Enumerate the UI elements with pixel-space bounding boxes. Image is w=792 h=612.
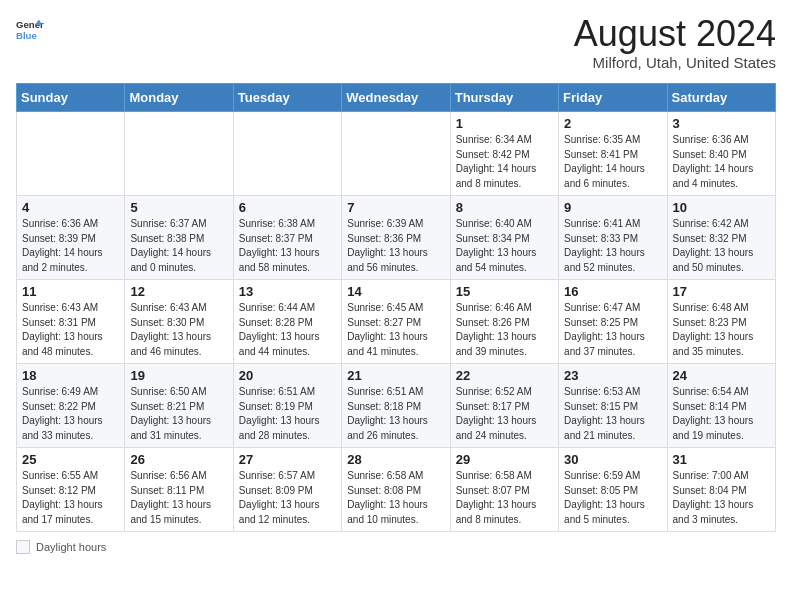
day-of-week-header: Monday — [125, 84, 233, 112]
day-number: 17 — [673, 284, 770, 299]
calendar-day-cell: 5Sunrise: 6:37 AM Sunset: 8:38 PM Daylig… — [125, 196, 233, 280]
day-info: Sunrise: 6:48 AM Sunset: 8:23 PM Dayligh… — [673, 301, 770, 359]
calendar-day-cell: 28Sunrise: 6:58 AM Sunset: 8:08 PM Dayli… — [342, 448, 450, 532]
day-info: Sunrise: 6:51 AM Sunset: 8:19 PM Dayligh… — [239, 385, 336, 443]
day-number: 30 — [564, 452, 661, 467]
calendar-week-row: 18Sunrise: 6:49 AM Sunset: 8:22 PM Dayli… — [17, 364, 776, 448]
calendar-day-cell: 9Sunrise: 6:41 AM Sunset: 8:33 PM Daylig… — [559, 196, 667, 280]
day-info: Sunrise: 6:38 AM Sunset: 8:37 PM Dayligh… — [239, 217, 336, 275]
day-info: Sunrise: 6:40 AM Sunset: 8:34 PM Dayligh… — [456, 217, 553, 275]
calendar-week-row: 4Sunrise: 6:36 AM Sunset: 8:39 PM Daylig… — [17, 196, 776, 280]
day-info: Sunrise: 6:55 AM Sunset: 8:12 PM Dayligh… — [22, 469, 119, 527]
day-number: 19 — [130, 368, 227, 383]
day-info: Sunrise: 6:46 AM Sunset: 8:26 PM Dayligh… — [456, 301, 553, 359]
day-number: 10 — [673, 200, 770, 215]
calendar-day-cell — [17, 112, 125, 196]
day-info: Sunrise: 6:39 AM Sunset: 8:36 PM Dayligh… — [347, 217, 444, 275]
day-number: 31 — [673, 452, 770, 467]
calendar-day-cell: 7Sunrise: 6:39 AM Sunset: 8:36 PM Daylig… — [342, 196, 450, 280]
location-subtitle: Milford, Utah, United States — [574, 54, 776, 71]
calendar-day-cell: 29Sunrise: 6:58 AM Sunset: 8:07 PM Dayli… — [450, 448, 558, 532]
day-of-week-header: Saturday — [667, 84, 775, 112]
calendar-day-cell: 21Sunrise: 6:51 AM Sunset: 8:18 PM Dayli… — [342, 364, 450, 448]
day-info: Sunrise: 6:35 AM Sunset: 8:41 PM Dayligh… — [564, 133, 661, 191]
day-number: 3 — [673, 116, 770, 131]
calendar-day-cell: 25Sunrise: 6:55 AM Sunset: 8:12 PM Dayli… — [17, 448, 125, 532]
day-number: 4 — [22, 200, 119, 215]
day-of-week-header: Friday — [559, 84, 667, 112]
svg-text:Blue: Blue — [16, 30, 37, 41]
legend: Daylight hours — [16, 540, 776, 554]
day-info: Sunrise: 6:52 AM Sunset: 8:17 PM Dayligh… — [456, 385, 553, 443]
day-number: 14 — [347, 284, 444, 299]
calendar-day-cell: 16Sunrise: 6:47 AM Sunset: 8:25 PM Dayli… — [559, 280, 667, 364]
day-number: 11 — [22, 284, 119, 299]
calendar-day-cell: 3Sunrise: 6:36 AM Sunset: 8:40 PM Daylig… — [667, 112, 775, 196]
page-header: General Blue August 2024 Milford, Utah, … — [16, 16, 776, 71]
day-of-week-header: Thursday — [450, 84, 558, 112]
calendar-day-cell: 13Sunrise: 6:44 AM Sunset: 8:28 PM Dayli… — [233, 280, 341, 364]
calendar-day-cell: 11Sunrise: 6:43 AM Sunset: 8:31 PM Dayli… — [17, 280, 125, 364]
day-info: Sunrise: 6:37 AM Sunset: 8:38 PM Dayligh… — [130, 217, 227, 275]
calendar-day-cell: 17Sunrise: 6:48 AM Sunset: 8:23 PM Dayli… — [667, 280, 775, 364]
day-info: Sunrise: 6:43 AM Sunset: 8:30 PM Dayligh… — [130, 301, 227, 359]
day-info: Sunrise: 6:43 AM Sunset: 8:31 PM Dayligh… — [22, 301, 119, 359]
calendar-day-cell: 4Sunrise: 6:36 AM Sunset: 8:39 PM Daylig… — [17, 196, 125, 280]
calendar-day-cell — [342, 112, 450, 196]
day-info: Sunrise: 6:45 AM Sunset: 8:27 PM Dayligh… — [347, 301, 444, 359]
calendar-week-row: 11Sunrise: 6:43 AM Sunset: 8:31 PM Dayli… — [17, 280, 776, 364]
day-number: 15 — [456, 284, 553, 299]
calendar-day-cell: 15Sunrise: 6:46 AM Sunset: 8:26 PM Dayli… — [450, 280, 558, 364]
day-info: Sunrise: 6:47 AM Sunset: 8:25 PM Dayligh… — [564, 301, 661, 359]
day-of-week-header: Wednesday — [342, 84, 450, 112]
day-info: Sunrise: 7:00 AM Sunset: 8:04 PM Dayligh… — [673, 469, 770, 527]
day-number: 8 — [456, 200, 553, 215]
day-number: 26 — [130, 452, 227, 467]
calendar-week-row: 25Sunrise: 6:55 AM Sunset: 8:12 PM Dayli… — [17, 448, 776, 532]
calendar-day-cell: 1Sunrise: 6:34 AM Sunset: 8:42 PM Daylig… — [450, 112, 558, 196]
day-number: 28 — [347, 452, 444, 467]
day-number: 22 — [456, 368, 553, 383]
logo-icon: General Blue — [16, 16, 44, 44]
calendar-day-cell: 2Sunrise: 6:35 AM Sunset: 8:41 PM Daylig… — [559, 112, 667, 196]
calendar-day-cell: 14Sunrise: 6:45 AM Sunset: 8:27 PM Dayli… — [342, 280, 450, 364]
day-info: Sunrise: 6:41 AM Sunset: 8:33 PM Dayligh… — [564, 217, 661, 275]
calendar-day-cell: 27Sunrise: 6:57 AM Sunset: 8:09 PM Dayli… — [233, 448, 341, 532]
day-number: 13 — [239, 284, 336, 299]
calendar-day-cell: 20Sunrise: 6:51 AM Sunset: 8:19 PM Dayli… — [233, 364, 341, 448]
day-number: 2 — [564, 116, 661, 131]
day-info: Sunrise: 6:51 AM Sunset: 8:18 PM Dayligh… — [347, 385, 444, 443]
calendar-day-cell: 24Sunrise: 6:54 AM Sunset: 8:14 PM Dayli… — [667, 364, 775, 448]
logo: General Blue — [16, 16, 44, 44]
day-number: 27 — [239, 452, 336, 467]
calendar-day-cell: 19Sunrise: 6:50 AM Sunset: 8:21 PM Dayli… — [125, 364, 233, 448]
calendar-day-cell: 18Sunrise: 6:49 AM Sunset: 8:22 PM Dayli… — [17, 364, 125, 448]
calendar-day-cell: 12Sunrise: 6:43 AM Sunset: 8:30 PM Dayli… — [125, 280, 233, 364]
calendar-table: SundayMondayTuesdayWednesdayThursdayFrid… — [16, 83, 776, 532]
day-number: 25 — [22, 452, 119, 467]
day-info: Sunrise: 6:44 AM Sunset: 8:28 PM Dayligh… — [239, 301, 336, 359]
legend-label: Daylight hours — [36, 541, 106, 553]
days-header-row: SundayMondayTuesdayWednesdayThursdayFrid… — [17, 84, 776, 112]
day-info: Sunrise: 6:58 AM Sunset: 8:07 PM Dayligh… — [456, 469, 553, 527]
day-number: 1 — [456, 116, 553, 131]
day-info: Sunrise: 6:42 AM Sunset: 8:32 PM Dayligh… — [673, 217, 770, 275]
calendar-day-cell: 31Sunrise: 7:00 AM Sunset: 8:04 PM Dayli… — [667, 448, 775, 532]
day-number: 6 — [239, 200, 336, 215]
day-number: 24 — [673, 368, 770, 383]
day-number: 7 — [347, 200, 444, 215]
calendar-day-cell — [233, 112, 341, 196]
day-number: 18 — [22, 368, 119, 383]
calendar-day-cell: 6Sunrise: 6:38 AM Sunset: 8:37 PM Daylig… — [233, 196, 341, 280]
day-info: Sunrise: 6:36 AM Sunset: 8:40 PM Dayligh… — [673, 133, 770, 191]
day-info: Sunrise: 6:53 AM Sunset: 8:15 PM Dayligh… — [564, 385, 661, 443]
calendar-day-cell: 23Sunrise: 6:53 AM Sunset: 8:15 PM Dayli… — [559, 364, 667, 448]
day-info: Sunrise: 6:34 AM Sunset: 8:42 PM Dayligh… — [456, 133, 553, 191]
day-info: Sunrise: 6:54 AM Sunset: 8:14 PM Dayligh… — [673, 385, 770, 443]
day-info: Sunrise: 6:58 AM Sunset: 8:08 PM Dayligh… — [347, 469, 444, 527]
calendar-day-cell: 8Sunrise: 6:40 AM Sunset: 8:34 PM Daylig… — [450, 196, 558, 280]
day-number: 21 — [347, 368, 444, 383]
day-number: 29 — [456, 452, 553, 467]
day-number: 12 — [130, 284, 227, 299]
day-of-week-header: Tuesday — [233, 84, 341, 112]
